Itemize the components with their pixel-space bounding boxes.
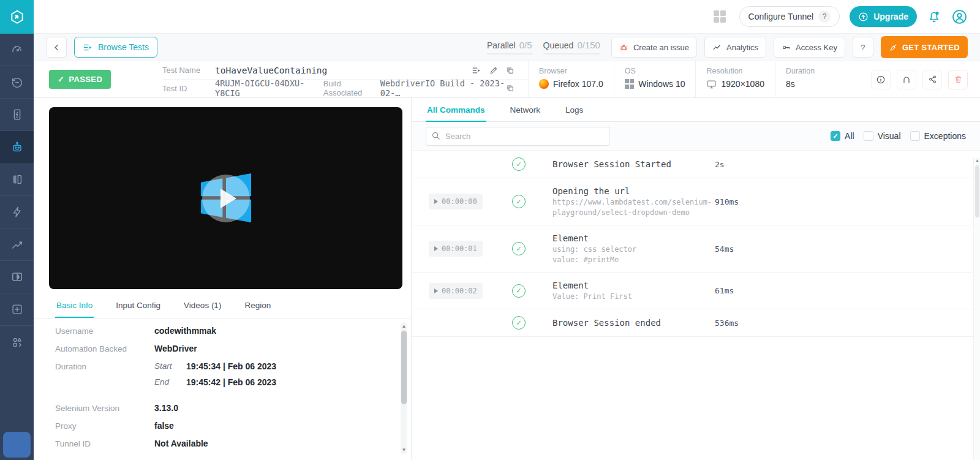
command-detail: using: css selector xyxy=(552,244,715,255)
details-scrollbar[interactable]: ▲ ▼ xyxy=(401,322,407,454)
scrollbar-thumb[interactable] xyxy=(401,331,407,404)
configure-tunnel-button[interactable]: Configure Tunnel ? xyxy=(739,6,840,27)
detail-row-username: Username codewithmmak xyxy=(55,326,393,336)
copy-icon[interactable] xyxy=(506,66,514,75)
page-scrollbar[interactable]: ▲ xyxy=(973,157,980,460)
selenium-label: Selenium Version xyxy=(55,403,154,413)
info-icon xyxy=(876,75,886,85)
command-list-icon[interactable] xyxy=(472,66,481,75)
info-button[interactable] xyxy=(871,70,891,89)
tab-input-config[interactable]: Input Config xyxy=(115,294,162,318)
sidebar-item-automation[interactable] xyxy=(0,131,34,164)
timestamp-chip[interactable]: 00:00:01 xyxy=(429,241,483,257)
account-menu[interactable] xyxy=(951,9,968,25)
history-clock-icon xyxy=(10,75,24,89)
top-header: Configure Tunnel ? Upgrade xyxy=(34,0,980,34)
key-icon xyxy=(782,43,791,52)
search-input[interactable] xyxy=(426,127,609,146)
play-icon xyxy=(221,189,236,208)
create-issue-label: Create an issue xyxy=(633,43,689,52)
notifications-button[interactable] xyxy=(927,9,941,24)
sidebar-item-hyperexecute[interactable] xyxy=(0,196,34,228)
sidebar-item-visual[interactable] xyxy=(0,261,34,293)
access-key-button[interactable]: Access Key xyxy=(774,37,845,58)
contrast-icon xyxy=(10,270,24,284)
edit-pencil-icon[interactable] xyxy=(489,66,498,75)
gauge-icon xyxy=(10,43,24,56)
command-row[interactable]: ✓ Browser Session Started 2s xyxy=(412,151,980,178)
test-name-id-block: Test Name toHaveValueContaining Test ID … xyxy=(162,61,528,97)
tab-all-commands[interactable]: All Commands xyxy=(426,98,486,122)
upgrade-button[interactable]: Upgrade xyxy=(850,6,917,27)
timestamp-chip[interactable]: 00:00:02 xyxy=(429,283,483,299)
upgrade-arrow-icon xyxy=(858,12,869,22)
filter-all[interactable]: ✓ All xyxy=(831,131,854,141)
tab-videos[interactable]: Videos (1) xyxy=(183,294,222,318)
tab-region[interactable]: Region xyxy=(243,294,272,318)
detail-row-duration: Duration Start 19:45:34 | Feb 06 2023 En… xyxy=(55,361,393,393)
scroll-up-icon[interactable]: ▲ xyxy=(974,158,980,162)
build-associated-label: Build Associated xyxy=(323,79,374,97)
get-started-button[interactable]: GET STARTED xyxy=(881,36,968,58)
scrollbar-thumb[interactable] xyxy=(975,165,979,217)
automation-value: WebDriver xyxy=(154,344,197,353)
chat-widget-button[interactable] xyxy=(3,432,31,458)
sidebar-item-realdevice[interactable] xyxy=(0,99,34,131)
tab-basic-info[interactable]: Basic Info xyxy=(55,294,94,318)
command-row[interactable]: ✓ Browser Session ended 536ms xyxy=(412,309,980,337)
create-issue-button[interactable]: Create an issue xyxy=(611,37,697,58)
sidebar-item-browsers[interactable] xyxy=(0,164,34,196)
scroll-up-icon[interactable]: ▲ xyxy=(401,323,407,329)
filter-visual[interactable]: Visual xyxy=(864,131,901,141)
back-button[interactable] xyxy=(46,37,67,58)
tunnel-help-icon[interactable]: ? xyxy=(818,10,831,23)
configure-tunnel-label: Configure Tunnel xyxy=(748,12,814,21)
sidebar-item-add[interactable] xyxy=(0,293,34,326)
checkbox-icon[interactable] xyxy=(864,131,873,141)
tab-network[interactable]: Network xyxy=(509,98,542,122)
test-toolbar: Browse Tests Parallel 0/5 Queued 0/150 C… xyxy=(34,34,980,61)
sidebar-item-history[interactable] xyxy=(0,66,34,99)
video-player[interactable] xyxy=(49,107,402,289)
sidebar-item-gauge[interactable] xyxy=(0,34,34,66)
status-badge: ✓ PASSED xyxy=(49,70,111,89)
status-label: PASSED xyxy=(69,75,102,84)
filter-exceptions[interactable]: Exceptions xyxy=(910,131,966,141)
play-small-icon xyxy=(434,199,438,204)
scroll-down-icon[interactable]: ▼ xyxy=(401,447,407,453)
detail-row-tunnel: Tunnel ID Not Available xyxy=(55,439,393,448)
command-row[interactable]: 00:00:00 ✓ Opening the url https://www.l… xyxy=(412,178,980,225)
browse-tests-button[interactable]: Browse Tests xyxy=(74,37,157,58)
play-small-icon xyxy=(434,246,438,251)
help-button[interactable]: ? xyxy=(853,37,873,58)
success-check-icon: ✓ xyxy=(512,157,526,171)
command-row[interactable]: 00:00:02 ✓ Element Value: Print First 61… xyxy=(412,273,980,309)
command-filter-bar: ✓ All Visual Exceptions xyxy=(412,122,980,151)
tunnel-arch-button[interactable] xyxy=(897,70,916,89)
status-check-icon: ✓ xyxy=(58,75,64,84)
tab-logs[interactable]: Logs xyxy=(564,98,584,122)
sidebar-item-more-apps[interactable] xyxy=(0,326,34,358)
test-summary-header: ✓ PASSED Test Name toHaveValueContaining… xyxy=(34,61,980,98)
brand-hexagon-icon xyxy=(9,9,25,25)
command-row[interactable]: 00:00:01 ✓ Element using: css selector v… xyxy=(412,225,980,273)
checkbox-icon[interactable] xyxy=(910,131,920,141)
command-list: ✓ Browser Session Started 2s 00:00:00 ✓ … xyxy=(412,151,980,460)
lambdatest-logo[interactable] xyxy=(0,0,34,34)
tunnel-label: Tunnel ID xyxy=(55,439,154,448)
duration-label: Duration xyxy=(55,361,154,393)
share-button[interactable] xyxy=(922,70,942,89)
analytics-button[interactable]: Analytics xyxy=(704,37,766,58)
env-resolution: Resolution 1920×1080 xyxy=(695,61,774,97)
env-browser-label: Browser xyxy=(539,67,603,75)
copy-icon[interactable] xyxy=(506,84,514,92)
command-duration: 536ms xyxy=(715,319,739,328)
apps-grid-icon[interactable] xyxy=(714,10,726,23)
sidebar-item-insights[interactable] xyxy=(0,228,34,261)
command-title: Browser Session ended xyxy=(552,317,715,329)
delete-button[interactable] xyxy=(948,70,968,89)
play-button[interactable] xyxy=(202,175,250,222)
start-value: 19:45:34 | Feb 06 2023 xyxy=(186,361,276,371)
timestamp-chip[interactable]: 00:00:00 xyxy=(429,194,483,209)
checkbox-checked-icon[interactable]: ✓ xyxy=(831,131,840,141)
